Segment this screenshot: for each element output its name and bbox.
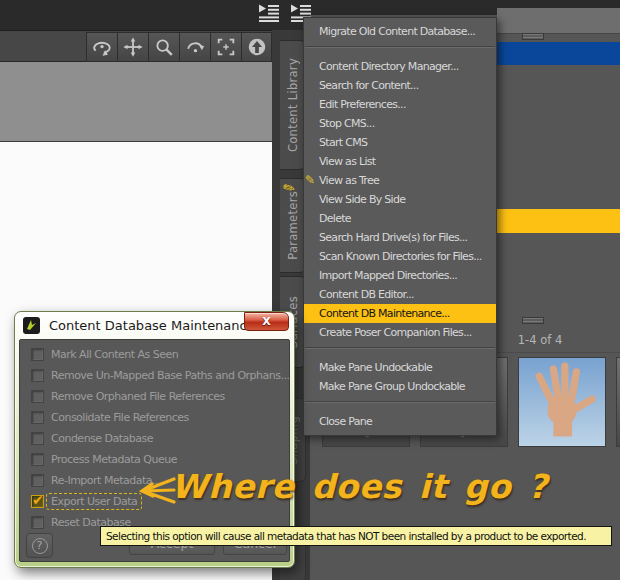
side-tab-label: Parameters: [286, 191, 300, 260]
menu-item[interactable]: ✎ Start CMS: [304, 133, 496, 152]
menu-item[interactable]: ✎ Content Directory Manager...: [304, 57, 496, 76]
menu-item-label: Stop CMS...: [319, 117, 374, 130]
app-window: ✎ Content Library ✎ Parameters ✎ Surface…: [0, 0, 620, 580]
content-panel-header: [497, 8, 620, 34]
pane-context-menu: ✎ Migrate Old Content Database... ✎ ✎ Co…: [303, 17, 497, 436]
result-count-label: 1-4 of 4: [500, 333, 580, 347]
checkbox[interactable]: ✔: [31, 516, 44, 529]
highlighted-list-row[interactable]: [497, 209, 620, 233]
viewport-toolbar: [0, 30, 282, 62]
panel-divider: [497, 352, 620, 353]
tooltip: Selecting this option will cause all met…: [100, 526, 612, 546]
checkbox[interactable]: ✔: [31, 390, 44, 403]
menu-item[interactable]: ✎: [304, 401, 496, 412]
checkbox-label: Remove Un-Mapped Base Paths and Orphans.…: [51, 369, 290, 382]
menu-item-label: Start CMS: [319, 136, 367, 149]
menu-item[interactable]: ✎ Make Pane Undockable: [304, 358, 496, 377]
pan-button[interactable]: [117, 32, 148, 62]
checkbox-label: Condense Database: [51, 432, 153, 445]
annotation-text: Where does it go ?: [171, 467, 548, 506]
hand-image: [519, 358, 605, 446]
menu-item-label: Migrate Old Content Database...: [319, 25, 475, 38]
checkbox-row[interactable]: ✔ Remove Orphaned File References: [20, 386, 289, 407]
checkbox[interactable]: ✔: [31, 348, 44, 361]
checkbox-label: Process Metadata Queue: [51, 453, 177, 466]
menu-item-label: Search Hard Drive(s) for Files...: [319, 231, 467, 244]
checkbox[interactable]: ✔: [31, 411, 44, 424]
pan-icon: [122, 36, 144, 58]
rotate-button[interactable]: [179, 32, 210, 62]
menu-item-label: Scan Known Directories for Files...: [319, 250, 482, 263]
pane-menu-button[interactable]: [258, 3, 281, 23]
daz-app-icon: [23, 317, 40, 334]
viewport-background: [0, 62, 272, 141]
menu-item-label: Delete: [319, 212, 351, 225]
aim-button[interactable]: [241, 32, 272, 62]
menu-item[interactable]: ✎ Make Pane Group Undockable: [304, 377, 496, 396]
splitter-handle[interactable]: [522, 33, 544, 40]
checkbox-row[interactable]: ✔ Remove Un-Mapped Base Paths and Orphan…: [20, 365, 289, 386]
checkbox-row[interactable]: ✔ Mark All Content As Seen: [20, 344, 289, 365]
menu-item[interactable]: ✎ Delete: [304, 209, 496, 228]
menu-item-label: Search for Content...: [319, 79, 418, 92]
close-button[interactable]: X: [244, 312, 289, 331]
checkbox-row[interactable]: ✔ Condense Database: [20, 428, 289, 449]
checkbox[interactable]: ✔: [31, 369, 44, 382]
menu-item[interactable]: ✎ Content DB Maintenance...: [304, 304, 496, 323]
menu-item[interactable]: ✎ Scan Known Directories for Files...: [304, 247, 496, 266]
menu-item[interactable]: ✎ Import Mapped Directories...: [304, 266, 496, 285]
aim-up-icon: [246, 36, 268, 58]
checkbox[interactable]: ✔: [31, 495, 44, 508]
side-tab-label: Content Library: [286, 58, 300, 152]
menu-item[interactable]: ✎ Create Poser Companion Files...: [304, 323, 496, 342]
content-thumbnail[interactable]: LeftHand: [518, 357, 606, 447]
check-icon: ✔: [32, 492, 44, 508]
selected-list-row[interactable]: [497, 42, 620, 65]
menu-item[interactable]: ✎ Stop CMS...: [304, 114, 496, 133]
checkbox[interactable]: ✔: [31, 432, 44, 445]
menu-item[interactable]: ✎: [304, 347, 496, 358]
question-icon: ?: [32, 538, 48, 554]
dialog-titlebar[interactable]: Content Database Maintenance X: [15, 312, 294, 339]
zoom-button[interactable]: [148, 32, 179, 62]
menu-item-label: Content DB Maintenance...: [319, 307, 450, 320]
checkbox[interactable]: ✔: [31, 474, 44, 487]
menu-item-label: Edit Preferences...: [319, 98, 406, 111]
checkbox-row[interactable]: ✔ Consolidate File References: [20, 407, 289, 428]
menu-item-label: Import Mapped Directories...: [319, 269, 457, 282]
menu-item[interactable]: ✎ Close Pane: [304, 412, 496, 431]
pencil-icon: ✎: [305, 171, 314, 190]
menu-item-label: Content Directory Manager...: [319, 60, 459, 73]
menu-item-label: Close Pane: [319, 415, 372, 428]
checkbox[interactable]: ✔: [31, 453, 44, 466]
menu-item-label: Make Pane Group Undockable: [319, 380, 465, 393]
frame-button[interactable]: [210, 32, 241, 62]
menu-item[interactable]: ✎ Search for Content...: [304, 76, 496, 95]
pane-menu-icon: [258, 3, 281, 23]
content-thumbnail[interactable]: [616, 357, 620, 447]
menu-item[interactable]: ✎: [304, 46, 496, 57]
menu-item[interactable]: ✎ Edit Preferences...: [304, 95, 496, 114]
orbit-icon: [91, 36, 113, 58]
menu-item[interactable]: ✎ Search Hard Drive(s) for Files...: [304, 228, 496, 247]
menu-item-label: View Side By Side: [319, 193, 405, 206]
menu-item[interactable]: ✎ Content DB Editor...: [304, 285, 496, 304]
rotate-icon: [184, 36, 206, 58]
menu-item-label: Make Pane Undockable: [319, 361, 432, 374]
dialog-title: Content Database Maintenance: [49, 318, 255, 333]
menu-item-label: View as List: [319, 155, 375, 168]
menu-item-label: Content DB Editor...: [319, 288, 414, 301]
checkbox-label: Mark All Content As Seen: [51, 348, 178, 361]
annotation-arrow-icon: [136, 474, 176, 508]
splitter-handle[interactable]: [522, 317, 544, 324]
orbit-button[interactable]: [86, 32, 117, 62]
menu-item-label: View as Tree: [319, 174, 379, 187]
menu-item[interactable]: ✎ View as Tree: [304, 171, 496, 190]
checkbox-label: Consolidate File References: [51, 411, 189, 424]
help-button[interactable]: ?: [26, 533, 53, 558]
menu-item[interactable]: ✎ View Side By Side: [304, 190, 496, 209]
menu-item[interactable]: ✎ View as List: [304, 152, 496, 171]
menu-item-label: Create Poser Companion Files...: [319, 326, 472, 339]
menu-item[interactable]: ✎ Migrate Old Content Database...: [304, 22, 496, 41]
frame-icon: [215, 36, 237, 58]
